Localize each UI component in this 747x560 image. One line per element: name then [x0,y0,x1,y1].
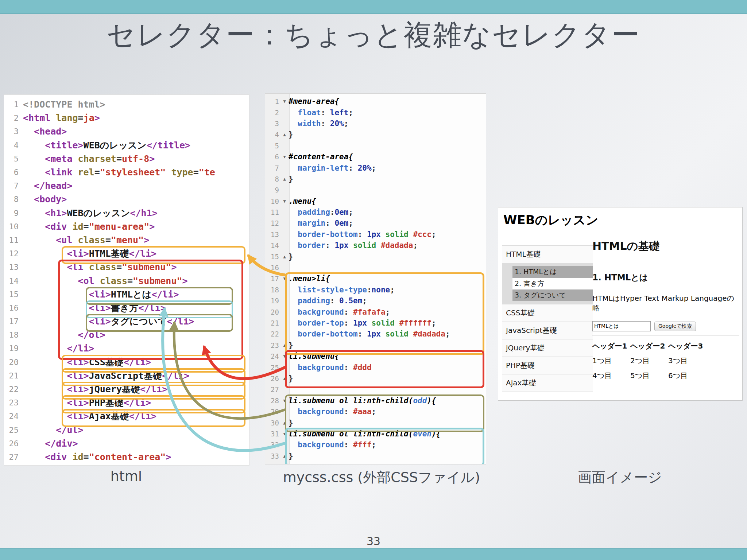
table-cell: 6つ目 [668,368,706,383]
divider [592,335,739,335]
table-header-cell: ヘッダー2 [630,339,668,353]
fold-open-icon[interactable]: ▼ [280,99,289,104]
code-text: width: 20%; [289,119,486,128]
caption-css: mycss.css (外部CSSファイル) [265,468,498,487]
code-text: list-style-type:none; [289,285,486,294]
code-line: 27 [265,384,486,395]
code-text: </div> [23,438,249,449]
line-number: 23 [4,398,23,407]
fold-open-icon[interactable]: ▼ [280,199,289,204]
preview-menu: HTML基礎1. HTMLとは2. 書き方3. タグについてCSS基礎JavaS… [502,245,593,392]
line-number: 25 [265,363,280,372]
fold-open-icon[interactable]: ▼ [280,276,289,281]
table-cell: 2つ目 [630,353,668,368]
fold-open-icon[interactable]: ▼ [280,431,289,436]
code-text: } [289,452,486,460]
search-input[interactable] [592,321,651,331]
code-line: 6 <link rel="stylesheet" type="te [4,166,249,179]
css-code-panel: 1▼#menu-area{2 float: left;3 width: 20%;… [265,93,486,464]
line-number: 6 [265,153,280,161]
code-line: 4▲} [265,129,486,140]
code-text: <li>Ajax基礎</li> [23,410,249,422]
fold-close-icon[interactable]: ▲ [280,254,289,259]
line-number: 16 [265,264,280,272]
fold-close-icon[interactable]: ▲ [280,454,289,459]
line-number: 26 [4,439,23,448]
preview-body-text: HTMLはHyper Text Markup Languageの略 [592,293,739,313]
preview-search-form: Googleで検索 [592,321,739,331]
code-text: <h1>WEBのレッスン</h1> [23,207,249,219]
code-text: </head> [23,180,249,191]
table-header-cell: ヘッダー3 [668,339,706,353]
code-line: 25 background: #ddd [265,362,486,373]
code-line: 29 background: #aaa; [265,406,486,417]
code-line: 22 <li>jQuery基礎</li> [4,382,249,396]
css-code-lines: 1▼#menu-area{2 float: left;3 width: 20%;… [265,94,486,462]
line-number: 27 [265,385,280,393]
code-text: padding: 0.5em; [289,296,486,305]
fold-open-icon[interactable]: ▼ [280,398,289,403]
code-line: 18 </ol> [4,328,249,342]
caption-html: html [4,468,249,484]
code-text: background: #fafafa; [289,308,486,316]
preview-content-subtitle: 1. HTMLとは [592,272,739,283]
code-text: margin-left: 20%; [289,164,486,172]
line-number: 5 [265,142,280,150]
line-number: 23 [265,341,280,349]
code-text: } [289,175,486,183]
fold-close-icon[interactable]: ▲ [280,420,289,425]
line-number: 1 [265,97,280,105]
code-line: 26 </div> [4,437,249,450]
preview-menu-item: jQuery基礎 [502,339,593,357]
line-number: 18 [4,330,23,339]
code-text: <title>WEBのレッスン</title> [23,139,249,151]
code-text: #content-area{ [289,152,486,161]
code-text: <li class="submenu"> [23,262,249,272]
code-line: 30▲} [265,417,486,428]
code-line: 2 float: left; [265,107,486,118]
code-text: <!DOCTYPE html> [23,99,249,110]
line-number: 10 [265,197,280,205]
code-text: li.submenu ol li:nth-child(odd){ [289,396,486,405]
preview-menu-item: JavaScript基礎 [502,322,593,339]
code-line: 25 </ul> [4,423,249,437]
line-number: 2 [4,113,23,122]
fold-open-icon[interactable]: ▼ [280,354,289,359]
line-number: 11 [4,236,23,245]
line-number: 8 [4,195,23,204]
line-number: 7 [265,164,280,172]
code-line: 33▲} [265,451,486,462]
fold-close-icon[interactable]: ▲ [280,376,289,381]
line-number: 17 [265,275,280,283]
line-number: 29 [265,408,280,416]
line-number: 5 [4,154,23,163]
code-line: 13 border-bottom: 1px solid #ccc; [265,229,486,240]
browser-preview-panel: WEBのレッスン HTML基礎1. HTMLとは2. 書き方3. タグについてC… [498,207,743,401]
code-line: 8▲} [265,174,486,184]
code-line: 21 <li>JavaScript基礎</li> [4,369,249,382]
google-search-button[interactable]: Googleで検索 [654,322,696,331]
fold-open-icon[interactable]: ▼ [280,154,289,159]
code-line: 3 <head> [4,125,249,138]
fold-close-icon[interactable]: ▲ [280,343,289,348]
code-text: float: left; [289,108,486,117]
line-number: 8 [265,175,280,183]
code-line: 15 <li>HTMLとは</li> [4,288,249,301]
line-number: 4 [4,141,23,150]
line-number: 13 [265,230,280,238]
code-text: <ul class="menu"> [23,235,249,245]
code-line: 11 <ul class="menu"> [4,233,249,247]
html-code-lines: 1<!DOCTYPE html>2<html lang=ja>3 <head>4… [4,95,249,464]
code-line: 24▼li.submenu{ [265,351,486,362]
code-line: 20 background: #fafafa; [265,306,486,317]
code-line: 14 <ol class="submenu"> [4,274,249,287]
page-number: 33 [0,535,747,548]
line-number: 19 [4,344,23,353]
line-number: 17 [4,317,23,326]
code-text: <li>書き方</li> [23,302,249,314]
fold-close-icon[interactable]: ▲ [280,176,289,182]
line-number: 21 [265,319,280,327]
fold-close-icon[interactable]: ▲ [280,132,289,137]
code-text: <link rel="stylesheet" type="te [23,167,249,178]
code-line: 17 <li>タグについて</li> [4,315,249,328]
